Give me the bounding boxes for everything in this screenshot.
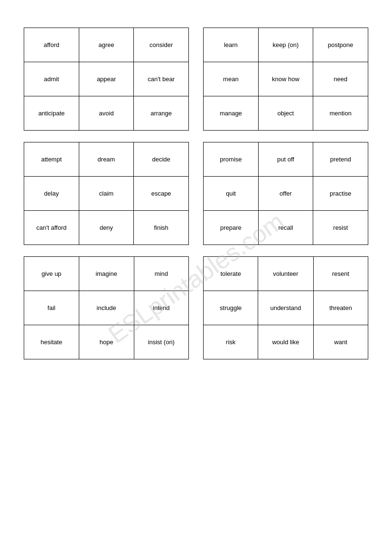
table-cell: hope	[79, 325, 134, 359]
table-cell: resent	[313, 257, 368, 291]
table-cell: dream	[79, 142, 134, 177]
grid-row: give upimaginemindfailincludeintendhesit…	[24, 256, 368, 359]
table-row: meanknow howneed	[204, 62, 368, 96]
table-cell: know how	[258, 62, 313, 96]
table-cell: practise	[313, 177, 368, 211]
grid1: affordagreeconsideradmitappearcan't bear…	[24, 28, 189, 131]
table-cell: anticipate	[24, 96, 79, 131]
table-cell: consider	[134, 28, 189, 62]
table-row: give upimaginemind	[24, 257, 189, 291]
table-cell: appear	[79, 62, 133, 96]
table-cell: can't afford	[24, 211, 79, 245]
table-cell: resist	[313, 211, 368, 245]
table-row: struggleunderstandthreaten	[204, 291, 368, 325]
table-row: admitappearcan't bear	[24, 62, 189, 96]
table-cell: escape	[134, 177, 189, 211]
table-cell: finish	[134, 211, 189, 245]
table-row: riskwould likewant	[204, 325, 368, 359]
table-cell: postpone	[313, 28, 368, 62]
table-row: promiseput offpretend	[204, 142, 368, 177]
table-cell: arrange	[134, 96, 189, 131]
table-cell: imagine	[79, 257, 134, 291]
table-cell: recall	[258, 211, 313, 245]
table-cell: threaten	[313, 291, 368, 325]
table-cell: want	[313, 325, 368, 359]
table-cell: prepare	[204, 211, 259, 245]
table-cell: insist (on)	[134, 325, 188, 359]
table-row: manageobjectmention	[204, 96, 368, 131]
table-cell: put off	[258, 142, 313, 177]
table-cell: admit	[24, 62, 79, 96]
table-row: anticipateavoidarrange	[24, 96, 189, 131]
table-row: toleratevolunteerresent	[204, 257, 368, 291]
table-row: failincludeintend	[24, 291, 189, 325]
table-cell: afford	[24, 28, 79, 62]
table-cell: mean	[204, 62, 259, 96]
table-cell: agree	[79, 28, 133, 62]
table-cell: give up	[24, 257, 79, 291]
table-cell: would like	[258, 325, 313, 359]
table-cell: mind	[134, 257, 188, 291]
table-cell: tolerate	[204, 257, 258, 291]
grid3: attemptdreamdecidedelayclaimescapecan't …	[24, 142, 189, 245]
grid-row: attemptdreamdecidedelayclaimescapecan't …	[24, 142, 368, 245]
table-row: preparerecallresist	[204, 211, 368, 245]
table-cell: fail	[24, 291, 79, 325]
table-cell: volunteer	[258, 257, 313, 291]
table-row: delayclaimescape	[24, 177, 189, 211]
table-cell: delay	[24, 177, 79, 211]
table-cell: include	[79, 291, 134, 325]
table-cell: keep (on)	[258, 28, 313, 62]
table-row: can't afforddenyfinish	[24, 211, 189, 245]
table-cell: mention	[313, 96, 368, 131]
table-cell: hesitate	[24, 325, 79, 359]
table-cell: claim	[79, 177, 134, 211]
table-cell: learn	[204, 28, 259, 62]
table-cell: need	[313, 62, 368, 96]
grid6: toleratevolunteerresentstruggleunderstan…	[203, 256, 368, 359]
table-cell: quit	[204, 177, 259, 211]
grid2: learnkeep (on)postponemeanknow howneedma…	[203, 28, 368, 131]
table-cell: attempt	[24, 142, 79, 177]
grid5: give upimaginemindfailincludeintendhesit…	[24, 256, 189, 359]
table-row: hesitatehopeinsist (on)	[24, 325, 189, 359]
grid4: promiseput offpretendquitofferpractisepr…	[203, 142, 368, 245]
table-cell: decide	[134, 142, 189, 177]
table-cell: avoid	[79, 96, 133, 131]
table-cell: deny	[79, 211, 134, 245]
table-cell: object	[258, 96, 313, 131]
table-cell: understand	[258, 291, 313, 325]
table-cell: pretend	[313, 142, 368, 177]
table-cell: risk	[204, 325, 258, 359]
table-cell: struggle	[204, 291, 258, 325]
table-cell: manage	[204, 96, 259, 131]
table-cell: offer	[258, 177, 313, 211]
table-row: learnkeep (on)postpone	[204, 28, 368, 62]
table-cell: intend	[134, 291, 188, 325]
table-cell: promise	[204, 142, 259, 177]
table-row: attemptdreamdecide	[24, 142, 189, 177]
grid-row: affordagreeconsideradmitappearcan't bear…	[24, 28, 368, 131]
table-row: affordagreeconsider	[24, 28, 189, 62]
table-row: quitofferpractise	[204, 177, 368, 211]
table-cell: can't bear	[134, 62, 189, 96]
